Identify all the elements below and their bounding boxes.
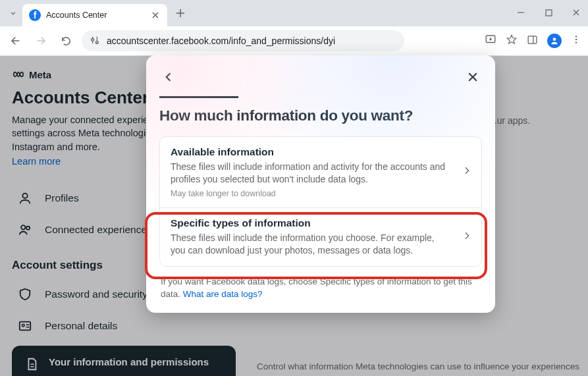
modal-title: How much information do you want? [159, 107, 482, 124]
facebook-favicon: f [29, 9, 41, 21]
back-button[interactable] [7, 32, 25, 50]
svg-point-4 [575, 36, 577, 37]
window-close-button[interactable] [568, 7, 584, 19]
browser-chrome: f Accounts Center accountsc [0, 0, 588, 56]
option-available-information[interactable]: Available information These files will i… [160, 137, 481, 208]
option-specific-types[interactable]: Specific types of information These file… [160, 208, 481, 267]
chrome-menu-button[interactable] [571, 34, 581, 47]
chevron-left-icon [162, 70, 175, 84]
option-description: These files will include the information… [171, 232, 450, 257]
install-icon [485, 34, 496, 45]
new-tab-button[interactable] [171, 4, 190, 22]
close-icon [466, 70, 479, 84]
close-icon [152, 12, 159, 18]
svg-point-3 [553, 38, 556, 41]
progress-indicator [159, 96, 238, 98]
option-note: May take longer to download [171, 189, 450, 198]
reload-icon [61, 36, 72, 47]
site-settings-icon[interactable] [90, 35, 100, 47]
tab-title: Accounts Center [46, 11, 145, 20]
data-logs-link[interactable]: What are data logs? [183, 289, 263, 299]
minimize-icon [517, 9, 525, 16]
modal-footer-note: If you want Facebook data logs, choose S… [159, 276, 482, 301]
window-minimize-button[interactable] [513, 7, 529, 19]
svg-point-5 [575, 39, 577, 40]
browser-toolbar: accountscenter.facebook.com/info_and_per… [0, 26, 588, 55]
kebab-icon [571, 34, 581, 45]
modal-back-button[interactable] [159, 68, 178, 86]
modal-close-button[interactable] [464, 68, 482, 86]
panel-icon [527, 34, 538, 45]
address-bar[interactable]: accountscenter.facebook.com/info_and_per… [82, 30, 404, 51]
svg-point-6 [575, 41, 577, 43]
chevron-right-icon [462, 230, 472, 244]
svg-rect-2 [528, 36, 537, 43]
tab-close-button[interactable] [150, 10, 161, 20]
tab-search-dropdown[interactable] [4, 4, 22, 22]
bookmark-button[interactable] [506, 34, 518, 48]
url-text: accountscenter.facebook.com/info_and_per… [107, 36, 335, 46]
window-maximize-button[interactable] [541, 7, 556, 19]
close-icon [572, 9, 580, 16]
forward-button[interactable] [32, 32, 50, 50]
download-info-modal: How much information do you want? Availa… [146, 55, 495, 313]
side-panel-button[interactable] [527, 34, 538, 48]
profile-button[interactable] [547, 34, 562, 48]
person-icon [550, 36, 559, 45]
install-app-button[interactable] [485, 34, 496, 48]
reload-button[interactable] [57, 32, 75, 50]
browser-tab[interactable]: f Accounts Center [22, 4, 167, 26]
star-icon [506, 34, 518, 45]
plus-icon [176, 9, 185, 18]
tab-strip: f Accounts Center [0, 0, 588, 26]
window-controls [513, 0, 584, 26]
option-description: These files will include information and… [171, 161, 450, 186]
chevron-right-icon [462, 165, 472, 178]
options-list: Available information These files will i… [159, 136, 482, 267]
maximize-icon [545, 9, 552, 16]
arrow-left-icon [10, 35, 22, 47]
option-title: Available information [171, 146, 450, 158]
chevron-down-icon [9, 9, 18, 18]
arrow-right-icon [35, 35, 47, 47]
svg-rect-0 [546, 10, 552, 16]
option-title: Specific types of information [171, 217, 450, 229]
